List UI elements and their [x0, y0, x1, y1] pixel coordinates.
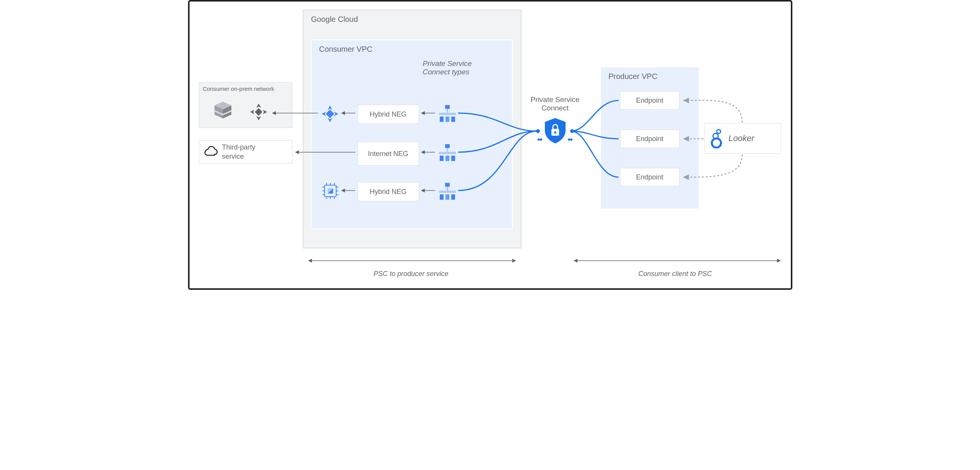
- psc-shield-icon: [543, 117, 567, 144]
- cloud-icon: [203, 146, 218, 158]
- svg-rect-26: [445, 144, 450, 148]
- svg-rect-35: [440, 194, 444, 200]
- svg-rect-25: [451, 117, 455, 122]
- load-balancer-icon-2: [437, 143, 457, 163]
- caption-left: PSC to producer service: [374, 270, 449, 278]
- consumer-vpc-region: Consumer VPC Private Service Connect typ…: [311, 39, 513, 229]
- svg-rect-46: [255, 108, 262, 116]
- svg-rect-23: [440, 117, 444, 122]
- svg-point-60: [540, 138, 542, 141]
- svg-point-62: [568, 138, 570, 141]
- svg-rect-22: [439, 113, 456, 115]
- interconnect-icon: [321, 105, 339, 123]
- svg-marker-45: [263, 110, 267, 114]
- producer-vpc-label: Producer VPC: [609, 72, 658, 81]
- caption-right: Consumer client to PSC: [638, 270, 712, 278]
- svg-rect-31: [451, 156, 455, 161]
- svg-rect-29: [440, 156, 444, 161]
- svg-rect-36: [445, 194, 449, 200]
- svg-rect-21: [447, 109, 448, 113]
- svg-marker-43: [256, 116, 261, 120]
- svg-point-50: [712, 138, 721, 148]
- svg-rect-32: [445, 183, 450, 187]
- router-icon: [249, 102, 268, 122]
- svg-rect-27: [447, 148, 448, 152]
- svg-marker-1: [328, 118, 332, 122]
- svg-rect-33: [447, 187, 448, 191]
- svg-point-48: [717, 130, 721, 133]
- endpoint-box-2: Endpoint: [620, 130, 680, 148]
- svg-rect-34: [439, 191, 456, 193]
- compute-chip-icon: [321, 181, 340, 200]
- looker-label: Looker: [729, 133, 754, 144]
- psc-types-subtitle: Private Service Connect types: [423, 59, 472, 76]
- third-party-label: Third-party service: [222, 143, 256, 161]
- server-stack-icon: [211, 99, 234, 122]
- endpoint-box-3: Endpoint: [620, 168, 680, 186]
- neg-box-2: Internet NEG: [358, 142, 419, 166]
- producer-vpc-region: Producer VPC Endpoint Endpoint Endpoint: [601, 67, 699, 209]
- svg-rect-4: [325, 110, 334, 118]
- endpoint-box-1: Endpoint: [620, 91, 680, 110]
- neg-box-1: Hybrid NEG: [358, 105, 419, 124]
- load-balancer-icon-1: [437, 104, 457, 123]
- diagram-frame: Google Cloud Consumer VPC Private Servic…: [188, 0, 792, 290]
- svg-rect-37: [451, 194, 455, 200]
- svg-marker-2: [322, 112, 326, 116]
- looker-icon: [709, 128, 724, 148]
- svg-rect-28: [439, 152, 456, 154]
- load-balancer-icon-3: [437, 181, 457, 201]
- svg-rect-30: [445, 156, 449, 161]
- on-prem-region: Consumer on-prem network: [199, 82, 292, 128]
- svg-marker-3: [334, 112, 338, 116]
- google-cloud-label: Google Cloud: [311, 15, 358, 24]
- psc-label: Private Service Connect: [526, 95, 584, 112]
- consumer-vpc-label: Consumer VPC: [319, 45, 373, 54]
- svg-rect-20: [445, 105, 450, 109]
- svg-point-61: [538, 138, 540, 141]
- neg-box-3: Hybrid NEG: [358, 182, 419, 201]
- svg-marker-42: [256, 104, 261, 108]
- svg-point-59: [570, 129, 574, 133]
- on-prem-label: Consumer on-prem network: [203, 85, 274, 92]
- third-party-service-box: Third-party service: [199, 140, 292, 163]
- svg-marker-0: [328, 105, 332, 110]
- svg-point-63: [570, 138, 572, 141]
- svg-rect-24: [445, 117, 449, 122]
- svg-marker-44: [250, 110, 254, 114]
- svg-point-58: [536, 129, 540, 133]
- looker-box: Looker: [704, 123, 781, 154]
